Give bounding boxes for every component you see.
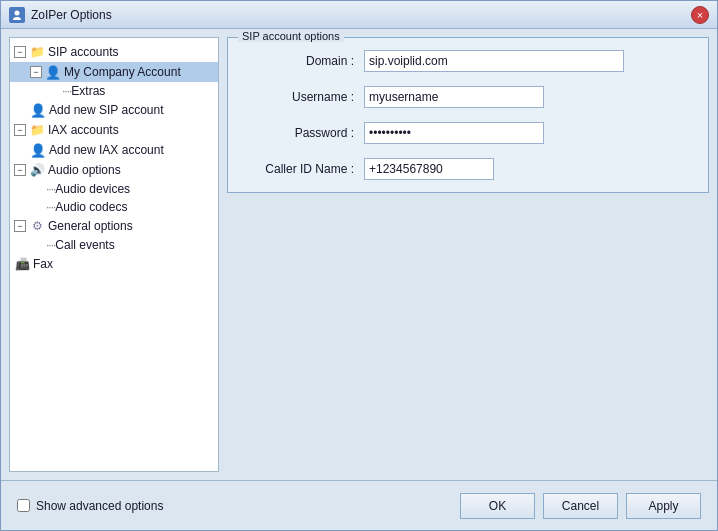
sidebar-label-general-options: General options — [48, 219, 133, 233]
sidebar-label-call-events: Call events — [55, 238, 114, 252]
callerid-row: Caller ID Name : — [244, 158, 692, 180]
sidebar-label-add-iax: Add new IAX account — [49, 143, 164, 157]
expand-audio-icon[interactable]: − — [14, 164, 26, 176]
person-icon: 👤 — [45, 64, 61, 80]
username-label: Username : — [244, 90, 364, 104]
sidebar-item-audio-options[interactable]: − 🔊 Audio options — [10, 160, 218, 180]
sidebar-item-call-events[interactable]: ···· Call events — [10, 236, 218, 254]
fieldset-legend: SIP account options — [238, 30, 344, 42]
ok-button[interactable]: OK — [460, 493, 535, 519]
domain-row: Domain : — [244, 50, 692, 72]
sidebar-item-audio-devices[interactable]: ···· Audio devices — [10, 180, 218, 198]
password-row: Password : — [244, 122, 692, 144]
sip-account-options-box: SIP account options Domain : Username : … — [227, 37, 709, 193]
sidebar-item-audio-codecs[interactable]: ···· Audio codecs — [10, 198, 218, 216]
expand-sip-icon[interactable]: − — [14, 46, 26, 58]
apply-button[interactable]: Apply — [626, 493, 701, 519]
sidebar-label-iax-accounts: IAX accounts — [48, 123, 119, 137]
sidebar-item-sip-accounts[interactable]: − 📁 SIP accounts — [10, 42, 218, 62]
show-advanced-label: Show advanced options — [36, 499, 163, 513]
callerid-label: Caller ID Name : — [244, 162, 364, 176]
sidebar-label-sip-accounts: SIP accounts — [48, 45, 119, 59]
sidebar-label-extras: Extras — [71, 84, 105, 98]
show-advanced-checkbox[interactable] — [17, 499, 30, 512]
app-icon — [9, 7, 25, 23]
svg-point-0 — [15, 10, 20, 15]
sidebar-label-add-sip: Add new SIP account — [49, 103, 164, 117]
sidebar-label-company-account: My Company Account — [64, 65, 181, 79]
cancel-button[interactable]: Cancel — [543, 493, 618, 519]
sidebar-label-audio-devices: Audio devices — [55, 182, 130, 196]
sidebar-item-add-sip[interactable]: 👤 Add new SIP account — [10, 100, 218, 120]
audio-icon: 🔊 — [29, 162, 45, 178]
domain-input[interactable] — [364, 50, 624, 72]
password-label: Password : — [244, 126, 364, 140]
fax-icon: 📠 — [14, 256, 30, 272]
sidebar-item-add-iax[interactable]: 👤 Add new IAX account — [10, 140, 218, 160]
folder-icon: 📁 — [29, 44, 45, 60]
expand-general-icon[interactable]: − — [14, 220, 26, 232]
expand-iax-icon[interactable]: − — [14, 124, 26, 136]
add-sip-icon: 👤 — [30, 102, 46, 118]
sidebar-item-iax-accounts[interactable]: − 📁 IAX accounts — [10, 120, 218, 140]
bottom-buttons: OK Cancel Apply — [460, 493, 701, 519]
iax-folder-icon: 📁 — [29, 122, 45, 138]
sidebar-label-audio-options: Audio options — [48, 163, 121, 177]
right-panel: SIP account options Domain : Username : … — [227, 37, 709, 472]
domain-label: Domain : — [244, 54, 364, 68]
gear-icon: ⚙ — [29, 218, 45, 234]
username-input[interactable] — [364, 86, 544, 108]
sidebar-item-my-company-account[interactable]: − 👤 My Company Account — [10, 62, 218, 82]
sidebar-tree: − 📁 SIP accounts − 👤 My Company Account … — [9, 37, 219, 472]
title-bar: ZoIPer Options × — [1, 1, 717, 29]
options-window: ZoIPer Options × − 📁 SIP accounts − 👤 My… — [0, 0, 718, 531]
window-title: ZoIPer Options — [31, 8, 112, 22]
main-content: − 📁 SIP accounts − 👤 My Company Account … — [1, 29, 717, 480]
sidebar-item-fax[interactable]: 📠 Fax — [10, 254, 218, 274]
expand-company-icon[interactable]: − — [30, 66, 42, 78]
username-row: Username : — [244, 86, 692, 108]
close-button[interactable]: × — [691, 6, 709, 24]
add-iax-icon: 👤 — [30, 142, 46, 158]
sidebar-label-audio-codecs: Audio codecs — [55, 200, 127, 214]
advanced-options-area: Show advanced options — [17, 499, 163, 513]
sidebar-label-fax: Fax — [33, 257, 53, 271]
password-input[interactable] — [364, 122, 544, 144]
right-spacer — [227, 193, 709, 472]
sidebar-item-extras[interactable]: ···· Extras — [10, 82, 218, 100]
callerid-input[interactable] — [364, 158, 494, 180]
bottom-bar: Show advanced options OK Cancel Apply — [1, 480, 717, 530]
sidebar-item-general-options[interactable]: − ⚙ General options — [10, 216, 218, 236]
